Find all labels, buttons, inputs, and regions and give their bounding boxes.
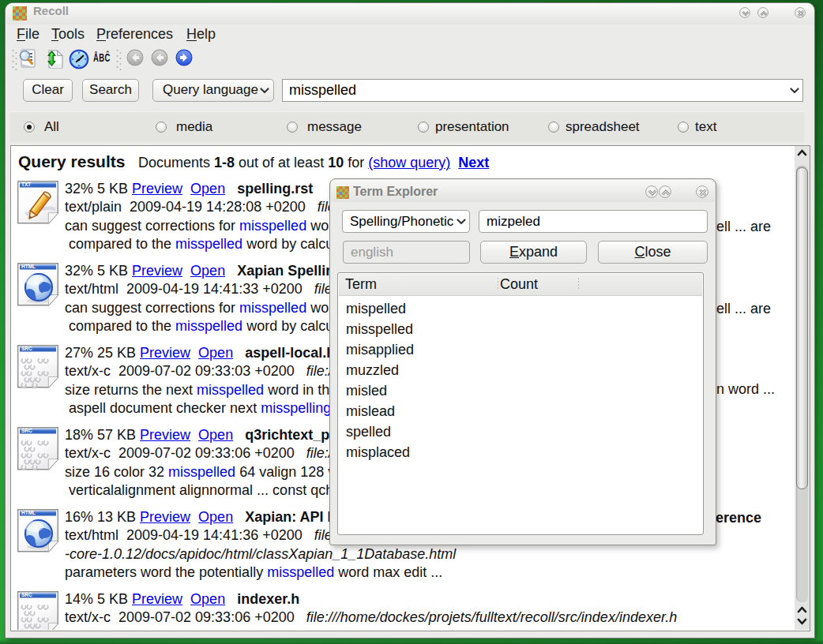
svg-text:SRC: SRC bbox=[21, 428, 32, 433]
svg-text:HTML: HTML bbox=[21, 264, 36, 269]
svg-text:TXT: TXT bbox=[21, 182, 31, 187]
svg-text:HTML: HTML bbox=[21, 510, 36, 515]
svg-text:SRC: SRC bbox=[21, 346, 32, 351]
svg-text:SRC: SRC bbox=[21, 592, 32, 597]
